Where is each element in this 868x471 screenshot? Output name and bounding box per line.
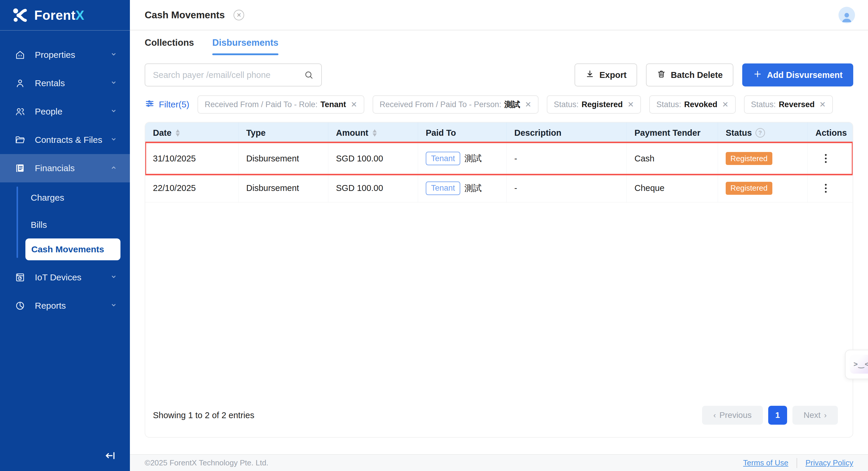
sidebar-item-label: Reports (35, 301, 109, 311)
chevron-down-icon (109, 78, 118, 88)
role-badge: Tenant (426, 182, 460, 195)
search-input[interactable] (145, 63, 322, 87)
feedback-widget-button[interactable]: >‿< (850, 355, 868, 374)
sidebar-item-people[interactable]: People (0, 97, 130, 126)
document-icon (14, 163, 26, 174)
next-page-button[interactable]: Next › (793, 406, 838, 425)
sidebar-item-cash-movements[interactable]: Cash Movements (25, 239, 120, 260)
trash-icon (657, 69, 666, 81)
export-button[interactable]: Export (575, 63, 637, 87)
sidebar-item-bills[interactable]: Bills (0, 211, 130, 239)
filter-chip-status-registered: Status: Registered ✕ (547, 95, 641, 114)
filter-button[interactable]: Filter(5) (145, 99, 189, 111)
cell-payment-tender: Cash (627, 143, 718, 174)
column-header-paid-to: Paid To (418, 123, 507, 143)
brand-logo: ForentX (0, 0, 130, 30)
kebab-menu-icon[interactable] (825, 154, 827, 163)
sidebar-item-contracts-files[interactable]: Contracts & Files (0, 126, 130, 154)
sidebar-item-label: Contracts & Files (35, 135, 109, 145)
filter-label: Filter(5) (159, 99, 189, 109)
submenu-active-track (17, 187, 18, 258)
folder-icon (14, 134, 26, 145)
search-icon[interactable] (304, 70, 314, 82)
sort-icon[interactable] (175, 129, 180, 137)
financials-submenu: Charges Bills Cash Movements (0, 182, 130, 263)
cell-description: - (507, 174, 627, 202)
terms-of-use-link[interactable]: Terms of Use (743, 458, 788, 467)
plus-icon (753, 69, 762, 81)
kebab-menu-icon[interactable] (825, 184, 827, 193)
people-icon (14, 106, 26, 117)
tab-disbursements[interactable]: Disbursements (212, 37, 278, 55)
add-disbursement-button[interactable]: Add Disvursement (742, 63, 853, 87)
sidebar-collapse-button[interactable] (104, 449, 117, 463)
remove-filter-icon[interactable]: ✕ (525, 100, 531, 109)
brand-logo-icon (12, 8, 28, 23)
previous-page-button[interactable]: ‹ Previous (702, 406, 763, 425)
cell-actions (808, 174, 852, 202)
chevron-down-icon (109, 301, 118, 311)
cell-payment-tender: Cheque (627, 174, 718, 202)
column-header-type: Type (239, 123, 328, 143)
table-row[interactable]: 31/10/2025 Disbursement SGD 100.00 Tenan… (145, 143, 852, 174)
sort-icon[interactable] (372, 129, 377, 137)
cell-type: Disbursement (239, 174, 328, 202)
close-tab-icon[interactable]: ✕ (234, 10, 244, 20)
main-area: Cash Movements ✕ Collections Disbursemen… (130, 0, 868, 471)
cell-amount: SGD 100.00 (328, 174, 418, 202)
table-header: Date Type Amount Paid To Description Pay… (145, 123, 852, 143)
batch-delete-button[interactable]: Batch Delete (646, 63, 733, 87)
collapse-arrow-icon (104, 458, 117, 463)
sidebar-item-label: Financials (35, 163, 109, 173)
table-body: 31/10/2025 Disbursement SGD 100.00 Tenan… (145, 143, 852, 202)
brand-name: Forent (34, 8, 75, 23)
remove-filter-icon[interactable]: ✕ (351, 100, 357, 109)
chevron-down-icon (109, 50, 118, 60)
table-card: Date Type Amount Paid To Description Pay… (145, 122, 853, 438)
page-number-button[interactable]: 1 (768, 406, 787, 425)
table-row[interactable]: 22/10/2025 Disbursement SGD 100.00 Tenan… (145, 174, 852, 202)
filter-chip-person: Received From / Paid To - Person: 測試 ✕ (373, 95, 538, 114)
sidebar-nav: Properties Rentals People (0, 31, 130, 320)
column-header-amount[interactable]: Amount (328, 123, 418, 143)
remove-filter-icon[interactable]: ✕ (627, 100, 634, 109)
export-label: Export (599, 70, 626, 80)
person-icon (14, 78, 26, 89)
cell-paid-to: Tenant 測試 (418, 174, 507, 202)
sidebar-item-reports[interactable]: Reports (0, 291, 130, 320)
remove-filter-icon[interactable]: ✕ (722, 100, 728, 109)
sidebar-item-iot-devices[interactable]: IoT Devices (0, 263, 130, 291)
tab-collections[interactable]: Collections (145, 37, 194, 55)
column-header-payment-tender: Payment Tender (627, 123, 718, 143)
paid-to-name: 測試 (464, 182, 482, 194)
sidebar-item-charges[interactable]: Charges (0, 184, 130, 211)
column-header-description: Description (507, 123, 627, 143)
cell-date: 22/10/2025 (145, 174, 239, 202)
status-badge: Registered (726, 182, 772, 195)
cell-type: Disbursement (239, 143, 328, 174)
filter-chip-status-revoked: Status: Revoked ✕ (649, 95, 736, 114)
pagination: ‹ Previous 1 Next › (702, 406, 838, 425)
column-header-date[interactable]: Date (145, 123, 239, 143)
toolbar: Export Batch Delete Add Disvursement (145, 63, 853, 87)
sidebar-item-label: People (35, 106, 109, 117)
tab-bar: Collections Disbursements (145, 37, 853, 55)
cell-status: Registered (718, 174, 808, 202)
cell-description: - (507, 143, 627, 174)
link-separator (797, 458, 797, 468)
topbar: Cash Movements ✕ (130, 0, 868, 30)
chevron-down-icon (109, 272, 118, 282)
user-avatar[interactable] (838, 7, 855, 23)
app-root: ForentX Properties Rentals (0, 0, 868, 471)
pie-chart-icon (14, 301, 26, 311)
help-icon[interactable]: ? (755, 128, 765, 137)
remove-filter-icon[interactable]: ✕ (819, 100, 826, 109)
avatar-person-icon (840, 10, 853, 23)
privacy-policy-link[interactable]: Privacy Policy (805, 458, 853, 467)
cell-actions (808, 143, 852, 174)
sidebar: ForentX Properties Rentals (0, 0, 130, 471)
sidebar-item-rentals[interactable]: Rentals (0, 69, 130, 97)
filter-icon (145, 99, 155, 111)
sidebar-item-properties[interactable]: Properties (0, 41, 130, 69)
sidebar-item-financials[interactable]: Financials (0, 154, 130, 182)
